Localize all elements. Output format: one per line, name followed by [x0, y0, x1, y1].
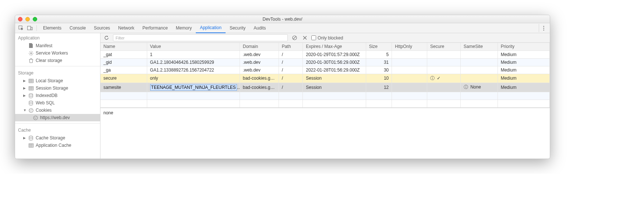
table-cell[interactable] — [460, 51, 498, 58]
sidebar-item-cache-storage[interactable]: ▶Cache Storage — [15, 134, 100, 142]
table-cell[interactable] — [460, 92, 498, 100]
table-cell[interactable]: .web.dev — [240, 66, 279, 74]
tab-security[interactable]: Security — [226, 23, 250, 33]
table-row-empty[interactable] — [100, 100, 550, 107]
column-header[interactable]: HttpOnly — [392, 43, 427, 51]
table-row[interactable]: samesiteTEENAGE_MUTANT_NINJA_FLEURTLESba… — [100, 83, 550, 92]
table-cell[interactable] — [100, 100, 147, 107]
table-cell[interactable]: Session — [303, 74, 366, 83]
table-cell[interactable]: 12 — [366, 83, 392, 92]
table-cell[interactable] — [427, 74, 461, 83]
inspect-element-icon[interactable] — [17, 24, 25, 32]
table-cell[interactable]: / — [279, 66, 303, 74]
table-cell[interactable] — [100, 92, 147, 100]
table-cell[interactable] — [427, 51, 461, 58]
application-sidebar[interactable]: ApplicationManifestService WorkersClear … — [15, 33, 100, 159]
sidebar-item-application-cache[interactable]: Application Cache — [15, 142, 100, 149]
column-header[interactable]: Expires / Max-Age — [303, 43, 366, 51]
table-cell[interactable]: 30 — [366, 66, 392, 74]
table-cell[interactable] — [427, 100, 461, 107]
table-cell[interactable] — [460, 74, 498, 83]
table-cell[interactable] — [392, 58, 427, 66]
table-cell[interactable] — [279, 92, 303, 100]
only-blocked-checkbox[interactable]: Only blocked — [311, 35, 343, 41]
table-cell[interactable] — [498, 100, 549, 107]
column-header[interactable]: Path — [279, 43, 303, 51]
table-cell[interactable]: _gat — [100, 51, 147, 58]
table-cell[interactable]: .web.dev — [240, 51, 279, 58]
tab-audits[interactable]: Audits — [250, 23, 270, 33]
cookies-table[interactable]: NameValueDomainPathExpires / Max-AgeSize… — [100, 43, 550, 108]
table-cell[interactable]: bad-cookies.g… — [240, 74, 279, 83]
column-header[interactable]: Size — [366, 43, 392, 51]
table-cell[interactable]: Medium — [498, 74, 549, 83]
sidebar-item-cookies[interactable]: ▼Cookies — [15, 107, 100, 114]
table-cell[interactable] — [427, 83, 461, 92]
filter-input[interactable] — [113, 34, 288, 41]
table-cell[interactable]: / — [279, 58, 303, 66]
tab-performance[interactable]: Performance — [138, 23, 172, 33]
refresh-icon[interactable] — [103, 34, 110, 42]
table-cell[interactable] — [427, 58, 461, 66]
table-row-empty[interactable] — [100, 92, 550, 100]
table-cell[interactable] — [147, 92, 240, 100]
table-cell[interactable] — [147, 100, 240, 107]
table-cell[interactable]: _ga — [100, 66, 147, 74]
table-cell[interactable] — [427, 92, 461, 100]
editing-value[interactable]: TEENAGE_MUTANT_NINJA_FLEURTLES — [150, 84, 237, 91]
sidebar-item-service-workers[interactable]: Service Workers — [15, 49, 100, 57]
titlebar[interactable]: DevTools - web.dev/ — [15, 15, 550, 23]
sidebar-item-web-sql[interactable]: Web SQL — [15, 99, 100, 107]
table-cell[interactable]: TEENAGE_MUTANT_NINJA_FLEURTLES — [147, 83, 240, 92]
tab-console[interactable]: Console — [66, 23, 90, 33]
sidebar-item-session-storage[interactable]: ▶Session Storage — [15, 84, 100, 92]
table-cell[interactable] — [498, 92, 549, 100]
table-row[interactable]: _gidGA1.2.1804046426.1580259929.web.dev/… — [100, 58, 550, 66]
table-cell[interactable]: .web.dev — [240, 58, 279, 66]
table-cell[interactable]: GA1.2.1338892726.1567204722 — [147, 66, 240, 74]
column-header[interactable]: Value — [147, 43, 240, 51]
table-row[interactable]: secureonlybad-cookies.g…/Session10Medium — [100, 74, 550, 83]
minimize-window-button[interactable] — [25, 17, 30, 21]
more-options-icon[interactable] — [539, 24, 548, 32]
column-header[interactable]: Priority — [498, 43, 549, 51]
table-cell[interactable]: 5 — [366, 51, 392, 58]
table-cell[interactable]: / — [279, 74, 303, 83]
table-cell[interactable] — [366, 100, 392, 107]
tab-sources[interactable]: Sources — [90, 23, 114, 33]
device-toolbar-icon[interactable] — [25, 24, 34, 32]
table-cell[interactable]: 10 — [366, 74, 392, 83]
table-cell[interactable] — [460, 66, 498, 74]
table-cell[interactable]: _gid — [100, 58, 147, 66]
column-header[interactable]: Name — [100, 43, 147, 51]
table-cell[interactable]: Medium — [498, 51, 549, 58]
table-cell[interactable]: None — [460, 83, 498, 92]
table-cell[interactable]: 2022-01-28T01:56:29.000Z — [303, 66, 366, 74]
table-cell[interactable] — [279, 100, 303, 107]
table-cell[interactable] — [392, 100, 427, 107]
table-cell[interactable] — [460, 100, 498, 107]
table-cell[interactable] — [392, 92, 427, 100]
sidebar-item-manifest[interactable]: Manifest — [15, 42, 100, 49]
table-cell[interactable]: Medium — [498, 58, 549, 66]
table-cell[interactable]: 31 — [366, 58, 392, 66]
table-cell[interactable]: / — [279, 83, 303, 92]
column-header[interactable]: SameSite — [460, 43, 498, 51]
table-row[interactable]: _gaGA1.2.1338892726.1567204722.web.dev/2… — [100, 66, 550, 74]
zoom-window-button[interactable] — [33, 17, 37, 21]
delete-selected-icon[interactable] — [301, 34, 308, 42]
table-cell[interactable] — [366, 92, 392, 100]
table-cell[interactable]: bad-cookies.g… — [240, 83, 279, 92]
sidebar-item-local-storage[interactable]: ▶Local Storage — [15, 77, 100, 84]
table-cell[interactable] — [240, 100, 279, 107]
table-cell[interactable]: GA1.2.1804046426.1580259929 — [147, 58, 240, 66]
tab-network[interactable]: Network — [114, 23, 138, 33]
table-cell[interactable]: 2020-01-30T01:56:29.000Z — [303, 58, 366, 66]
table-cell[interactable] — [392, 83, 427, 92]
column-header[interactable]: Domain — [240, 43, 279, 51]
table-cell[interactable]: 1 — [147, 51, 240, 58]
only-blocked-input[interactable] — [311, 35, 316, 40]
table-cell[interactable] — [460, 58, 498, 66]
table-cell[interactable] — [392, 51, 427, 58]
table-cell[interactable]: only — [147, 74, 240, 83]
